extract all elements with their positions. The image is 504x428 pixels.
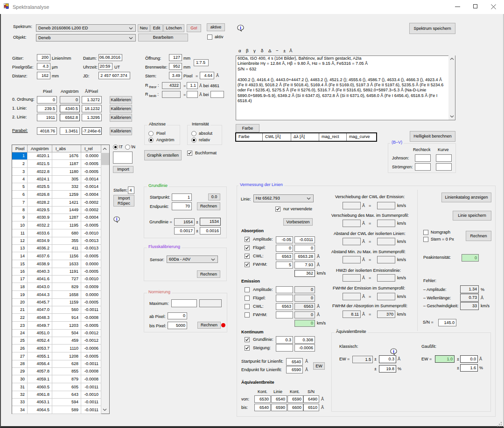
svg-text:i: i xyxy=(240,25,241,30)
svg-text:i: i xyxy=(393,349,394,354)
svg-text:i: i xyxy=(116,216,118,221)
